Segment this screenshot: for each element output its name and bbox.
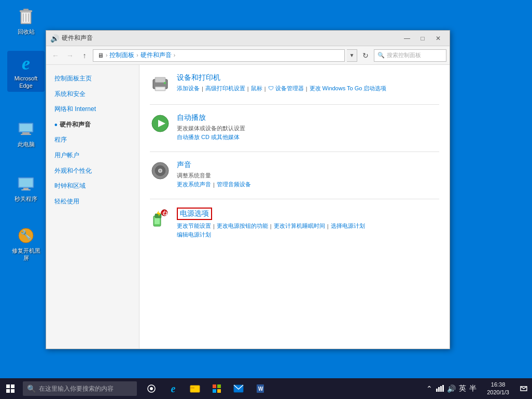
sidebar-item-system-security[interactable]: 系统和安全 [46, 87, 139, 102]
window-title: 硬件和声音 [62, 34, 400, 43]
manage-audio-link[interactable]: 管理音频设备 [217, 181, 251, 188]
sidebar-item-clock-region[interactable]: 时钟和区域 [46, 178, 139, 194]
svg-point-20 [164, 82, 166, 84]
divider-3 [150, 199, 439, 199]
refresh-button[interactable]: ↻ [359, 49, 372, 62]
address-bar: ← → ↑ 🖥 › 控制面板 › 硬件和声音 › ▼ ↻ 🔍 搜索控制面板 [46, 46, 450, 65]
divider-1 [150, 104, 439, 105]
sidebar-label-network: 网络和 Internet [54, 104, 96, 115]
svg-rect-41 [190, 387, 194, 389]
svg-text:⏻: ⏻ [162, 210, 167, 216]
taskbar-right: ⌃ 🔊 英 半 16:38 2020/1/3 [422, 378, 532, 399]
ime-indicator[interactable]: 半 [469, 384, 477, 393]
up-button[interactable]: ↑ [78, 49, 91, 62]
maximize-button[interactable]: □ [415, 33, 430, 44]
autoplay-desc: 更改媒体或设备的默认设置 [177, 125, 439, 132]
notification-center-button[interactable] [515, 378, 532, 399]
desktop-icon-recycle-bin[interactable]: 回收站 [7, 4, 45, 37]
taskbar-word-button[interactable]: W [250, 378, 271, 399]
fix-boot-label: 修复开机黑屏 [9, 247, 43, 262]
search-icon: 🔍 [377, 52, 385, 59]
svg-rect-43 [217, 384, 221, 388]
power-title[interactable]: 电源选项 [180, 209, 209, 218]
taskbar-edge-button[interactable]: e [163, 378, 184, 399]
task-view-button[interactable] [141, 378, 162, 399]
taskbar: 🔍 在这里输入你要搜索的内容 e [0, 378, 532, 399]
windows-to-go-link[interactable]: 更改 Windows To Go 启动选项 [310, 85, 387, 92]
search-field[interactable]: 🔍 搜索控制面板 [374, 49, 446, 62]
power-button-link[interactable]: 更改电源按钮的功能 [217, 222, 268, 230]
taskbar-search[interactable]: 🔍 在这里输入你要搜索的内容 [23, 381, 137, 396]
sidebar-item-network[interactable]: 网络和 Internet [46, 102, 139, 117]
power-content: 电源选项 更改节能设置 | 更改电源按钮的功能 | 更改计算机睡眠时间 | 选择… [177, 208, 439, 239]
address-hardware-sound: 硬件和声音 [141, 51, 172, 60]
lang-indicator[interactable]: 英 [459, 384, 466, 393]
add-device-link[interactable]: 添加设备 [177, 85, 200, 92]
minimize-button[interactable]: — [400, 33, 414, 44]
energy-settings-link[interactable]: 更改节能设置 [177, 222, 211, 230]
svg-rect-50 [438, 387, 440, 392]
taskbar-mail-button[interactable] [228, 378, 249, 399]
sidebar-label-user-accounts: 用户帐户 [54, 150, 79, 161]
svg-rect-30 [155, 214, 161, 218]
svg-rect-40 [190, 386, 200, 392]
network-icon[interactable] [436, 384, 444, 393]
content-area: 控制面板主页 系统和安全 网络和 Internet • 硬件和声音 程序 用户帐… [46, 65, 450, 349]
autoplay-title[interactable]: 自动播放 [177, 113, 206, 122]
back-button[interactable]: ← [49, 49, 62, 62]
chevron-up-icon[interactable]: ⌃ [426, 384, 432, 393]
svg-rect-18 [155, 77, 165, 82]
sidebar-item-user-accounts[interactable]: 用户帐户 [46, 148, 139, 163]
desktop-icon-edge[interactable]: e Microsoft Edge [7, 51, 45, 92]
category-power: ⏻ 电源选项 更改节能设置 | 更改电源按钮的功能 | 更改计算机睡眠时间 | … [150, 208, 439, 239]
svg-rect-8 [20, 124, 32, 131]
sidebar-item-appearance[interactable]: 外观和个性化 [46, 163, 139, 179]
device-manager-link[interactable]: 🛡 设备管理器 [268, 85, 304, 92]
sidebar-item-ease-access[interactable]: 轻松使用 [46, 194, 139, 210]
autoplay-cd-link[interactable]: 自动播放 CD 或其他媒体 [177, 133, 240, 141]
sound-icon [150, 160, 171, 181]
sidebar-item-hardware-sound[interactable]: • 硬件和声音 [46, 117, 139, 133]
autoplay-links: 自动播放 CD 或其他媒体 [177, 133, 439, 141]
search-placeholder: 搜索控制面板 [387, 51, 421, 59]
sound-title[interactable]: 声音 [177, 160, 191, 170]
title-bar: 🔊 硬件和声音 — □ ✕ [46, 31, 450, 46]
address-field[interactable]: 🖥 › 控制面板 › 硬件和声音 › [93, 49, 345, 62]
address-control-panel: 控制面板 [109, 51, 134, 60]
svg-rect-52 [442, 385, 444, 392]
sound-desc: 调整系统音量 [177, 172, 439, 180]
printer-settings-link[interactable]: 高级打印机设置 [205, 85, 245, 92]
category-devices-printers: 设备和打印机 添加设备 | 高级打印机设置 | 鼠标 | 🛡 设备管理器 | 更… [150, 73, 439, 94]
power-links2: 编辑电源计划 [177, 231, 439, 239]
this-pc-icon [16, 119, 36, 140]
control-panel-window: 🔊 硬件和声音 — □ ✕ ← → ↑ 🖥 › 控制面板 › 硬件和声音 › ▼… [46, 30, 450, 349]
taskbar-store-button[interactable] [206, 378, 227, 399]
svg-rect-10 [21, 134, 31, 135]
taskbar-clock[interactable]: 16:38 2020/1/3 [481, 378, 515, 399]
window-controls: — □ ✕ [400, 33, 445, 44]
svg-rect-36 [6, 389, 10, 393]
window-icon: 🔊 [50, 34, 59, 43]
sleep-time-link[interactable]: 更改计算机睡眠时间 [274, 222, 325, 230]
sidebar-label-appearance: 外观和个性化 [54, 166, 92, 177]
taskbar-explorer-button[interactable] [185, 378, 205, 399]
desktop-icon-this-pc[interactable]: 此电脑 [7, 117, 45, 150]
devices-printers-title[interactable]: 设备和打印机 [177, 73, 220, 82]
desktop-icon-shortcuts[interactable]: 秒关程序 [7, 171, 45, 204]
start-button[interactable] [0, 378, 21, 399]
forward-button[interactable]: → [64, 49, 76, 62]
category-autoplay: 自动播放 更改媒体或设备的默认设置 自动播放 CD 或其他媒体 [150, 113, 439, 141]
change-system-sound-link[interactable]: 更改系统声音 [177, 181, 211, 188]
address-dropdown[interactable]: ▼ [347, 49, 357, 62]
close-button[interactable]: ✕ [431, 33, 445, 44]
sidebar-item-programs[interactable]: 程序 [46, 132, 139, 148]
svg-rect-51 [440, 386, 442, 392]
power-plan-link[interactable]: 选择电源计划 [331, 222, 365, 230]
edge-icon: e [16, 53, 36, 74]
devices-printers-content: 设备和打印机 添加设备 | 高级打印机设置 | 鼠标 | 🛡 设备管理器 | 更… [177, 73, 439, 92]
desktop-icon-fix-boot[interactable]: 🔧 修复开机黑屏 [7, 223, 45, 264]
volume-icon[interactable]: 🔊 [447, 384, 456, 393]
sidebar-item-control-panel-home[interactable]: 控制面板主页 [46, 71, 139, 87]
edit-power-plan-link[interactable]: 编辑电源计划 [177, 231, 211, 239]
mouse-link[interactable]: 鼠标 [251, 85, 262, 92]
